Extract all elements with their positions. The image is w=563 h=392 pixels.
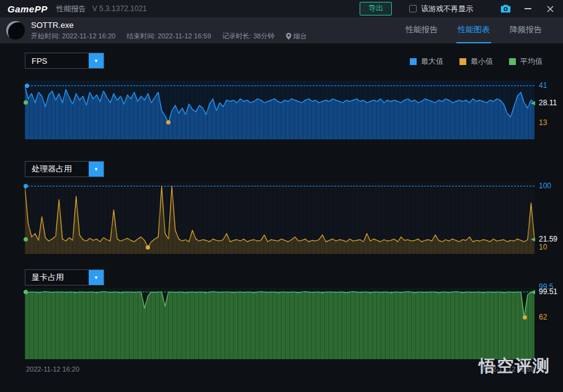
charts-content: FPS ▼ 最大值 最小值 平均值 4128.11◀13 bbox=[0, 43, 563, 392]
min-swatch-icon bbox=[459, 58, 466, 65]
axis-label: 62 bbox=[539, 313, 547, 321]
close-button[interactable] bbox=[544, 3, 556, 14]
chevron-down-icon[interactable]: ▼ bbox=[89, 162, 104, 176]
game-info: SOTTR.exe 开始时间: 2022-11-12 16:20 结束时间: 2… bbox=[31, 20, 307, 41]
avg-arrow-icon: ◀ bbox=[531, 237, 535, 242]
gpu-chart-plot bbox=[25, 288, 534, 359]
duration-label: 记录时长: 38分钟 bbox=[222, 32, 274, 41]
axis-label: 28.11 bbox=[539, 98, 557, 107]
game-name: SOTTR.exe bbox=[31, 20, 307, 30]
close-icon bbox=[547, 6, 554, 12]
chart-legend: 最大值 最小值 平均值 bbox=[410, 56, 543, 67]
hide-game-checkbox[interactable]: 该游戏不再显示 bbox=[409, 4, 473, 14]
axis-label: 10 bbox=[539, 243, 547, 251]
metric-selector-gpu[interactable]: 显卡占用 ▼ bbox=[25, 269, 104, 285]
avg-arrow-icon: ◀ bbox=[531, 289, 535, 295]
gpu-usage-chart: 99.599.51◀62 bbox=[25, 288, 534, 359]
avg-swatch-icon bbox=[509, 58, 516, 65]
marker-dot bbox=[523, 315, 527, 320]
marker-dot bbox=[24, 290, 28, 294]
tab-performance-charts[interactable]: 性能图表 bbox=[456, 17, 491, 43]
marker-dot bbox=[24, 237, 28, 242]
chart-area bbox=[25, 85, 534, 139]
export-button[interactable]: 导出 bbox=[360, 2, 392, 15]
location-label: 烟台 bbox=[293, 32, 307, 41]
app-logo: GamePP bbox=[7, 4, 48, 14]
axis-label: 99.51 bbox=[539, 287, 557, 296]
legend-item-max: 最大值 bbox=[410, 56, 443, 67]
axis-label: 100 bbox=[539, 181, 551, 190]
start-time-label: 开始时间: 2022-11-12 16:20 bbox=[31, 32, 115, 41]
selector-value[interactable]: 显卡占用 bbox=[25, 270, 89, 285]
app-subtitle: 性能报告 bbox=[56, 4, 86, 14]
game-header: SOTTR.exe 开始时间: 2022-11-12 16:20 结束时间: 2… bbox=[0, 17, 563, 43]
titlebar: GamePP 性能报告 V 5.3.1372.1021 导出 该游戏不再显示 bbox=[0, 0, 563, 17]
metric-selector-fps[interactable]: FPS ▼ bbox=[25, 53, 104, 69]
minimize-button[interactable] bbox=[522, 3, 533, 14]
marker-dot bbox=[25, 84, 29, 88]
checkbox-icon[interactable] bbox=[409, 5, 417, 12]
max-swatch-icon bbox=[410, 58, 417, 65]
cpu-chart-plot bbox=[25, 183, 534, 254]
legend-min-label: 最小值 bbox=[471, 56, 493, 67]
minimize-icon bbox=[525, 8, 531, 9]
fps-chart: 4128.11◀13 bbox=[25, 81, 534, 139]
legend-avg-label: 平均值 bbox=[520, 56, 543, 67]
fps-chart-plot bbox=[25, 81, 534, 139]
watermark: 悟空评测 bbox=[479, 355, 551, 377]
tab-performance-report[interactable]: 性能报告 bbox=[404, 17, 439, 43]
location-pin-icon bbox=[286, 33, 291, 40]
legend-item-avg: 平均值 bbox=[509, 56, 543, 67]
gamepp-window: GamePP 性能报告 V 5.3.1372.1021 导出 该游戏不再显示 S… bbox=[0, 0, 563, 392]
chevron-down-icon[interactable]: ▼ bbox=[89, 53, 104, 68]
cpu-usage-chart: 10021.59◀10 bbox=[25, 183, 534, 254]
version-label: V 5.3.1372.1021 bbox=[92, 4, 147, 13]
legend-item-min: 最小值 bbox=[459, 56, 493, 67]
chart-line bbox=[25, 186, 534, 248]
axis-label: 13 bbox=[539, 118, 547, 127]
report-tabs: 性能报告 性能图表 降频报告 bbox=[404, 17, 543, 43]
chart-area bbox=[25, 186, 534, 255]
avg-arrow-icon: ◀ bbox=[531, 100, 535, 105]
marker-dot bbox=[146, 245, 150, 250]
chart-area bbox=[25, 292, 534, 359]
selector-value[interactable]: 处理器占用 bbox=[25, 162, 89, 176]
selector-value[interactable]: FPS bbox=[25, 53, 89, 68]
tab-throttle-report[interactable]: 降频报告 bbox=[508, 17, 543, 43]
hide-game-label: 该游戏不再显示 bbox=[421, 4, 473, 14]
game-meta: 开始时间: 2022-11-12 16:20 结束时间: 2022-11-12 … bbox=[31, 32, 307, 41]
end-time-label: 结束时间: 2022-11-12 16:59 bbox=[126, 32, 211, 41]
screenshot-camera-icon[interactable] bbox=[500, 4, 511, 13]
x-axis-start-label: 2022-11-12 16:20 bbox=[26, 365, 79, 373]
location: 烟台 bbox=[286, 32, 307, 41]
axis-label: 41 bbox=[539, 81, 547, 90]
metric-selector-cpu[interactable]: 处理器占用 ▼ bbox=[25, 161, 104, 177]
game-icon bbox=[6, 21, 25, 40]
legend-max-label: 最大值 bbox=[421, 56, 443, 67]
chevron-down-icon[interactable]: ▼ bbox=[89, 270, 104, 285]
